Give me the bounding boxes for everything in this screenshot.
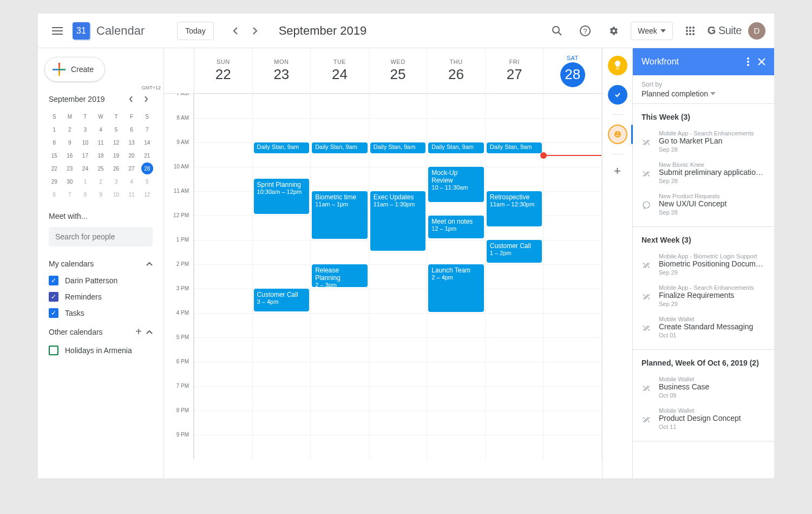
mini-day-cell[interactable]: 7 [139, 123, 155, 136]
calendar-checkbox[interactable] [49, 346, 58, 355]
calendar-scroll-area[interactable]: 7 AM8 AM9 AM10 AM11 AM12 PM1 PM2 PM3 PM4… [164, 94, 602, 478]
workfront-task[interactable]: New Bionic KneeSubmit preliminary applic… [633, 157, 774, 188]
mini-day-cell[interactable]: 29 [47, 175, 62, 188]
main-menu-button[interactable] [47, 20, 68, 42]
mini-day-cell[interactable]: 6 [47, 188, 62, 201]
day-column[interactable]: Daily Stan, 9amSprint Planning10:30am – … [253, 94, 311, 459]
mini-day-cell[interactable]: 8 [77, 188, 93, 201]
day-header-cell[interactable]: SUN22 [194, 48, 253, 93]
workfront-task[interactable]: Mobile App - Biometric Login SupportBiom… [633, 249, 774, 280]
mini-day-cell[interactable]: 3 [77, 123, 93, 136]
workfront-task[interactable]: Mobile WalletCreate Standard MessagingOc… [633, 311, 774, 343]
workfront-addon-button[interactable] [608, 125, 627, 144]
calendar-event[interactable]: Mock-Up Review10 – 11:30am [428, 167, 484, 202]
mini-day-cell[interactable]: 18 [93, 149, 109, 162]
mini-day-cell[interactable]: 9 [62, 136, 78, 149]
mini-day-cell[interactable]: 26 [108, 162, 124, 175]
calendar-event[interactable]: Daily Stan, 9am [312, 142, 368, 153]
workfront-task[interactable]: Mobile WalletProduct Design ConceptOct 1… [633, 403, 774, 434]
calendar-checkbox[interactable] [49, 292, 58, 302]
people-search-input[interactable] [49, 227, 153, 246]
mini-day-cell[interactable]: 14 [139, 136, 155, 149]
calendar-item[interactable]: Reminders [49, 289, 153, 305]
calendar-event[interactable]: Customer Call3 – 4pm [254, 289, 310, 311]
day-header-cell[interactable]: FRI27 [486, 48, 544, 93]
workfront-close-button[interactable] [758, 58, 765, 66]
mini-day-cell[interactable]: 2 [93, 175, 109, 188]
day-header-cell[interactable]: WED25 [369, 48, 428, 93]
mini-day-cell[interactable]: 23 [62, 162, 78, 175]
mini-day-cell[interactable]: 4 [124, 175, 140, 188]
calendar-item[interactable]: Holidays in Armenia [49, 342, 153, 359]
calendar-event[interactable]: Daily Stan, 9am [370, 142, 426, 153]
day-column[interactable]: Daily Stan, 9amBiometric time11am – 1pmR… [311, 94, 369, 459]
day-header-cell[interactable]: THU26 [427, 48, 486, 93]
mini-day-cell[interactable]: 1 [77, 175, 93, 188]
sort-selector[interactable]: Planned completion [641, 89, 765, 98]
mini-day-cell[interactable]: 5 [139, 175, 155, 188]
mini-day-cell[interactable]: 8 [47, 136, 62, 149]
add-other-calendar-button[interactable]: + [135, 326, 142, 338]
mini-day-cell[interactable]: 1 [47, 123, 62, 136]
day-header-cell[interactable]: MON23 [253, 48, 311, 93]
mini-day-cell[interactable]: 9 [93, 188, 109, 201]
calendar-event[interactable]: Meet on notes12 – 1pm [428, 216, 484, 238]
mini-day-cell[interactable]: 21 [139, 149, 155, 162]
mini-day-cell[interactable]: 30 [62, 175, 78, 188]
workfront-task[interactable]: New Product RequestsNew UX/UI ConceptSep… [633, 188, 774, 220]
calendar-item[interactable]: Darin Patterson [49, 272, 153, 289]
get-addons-button[interactable]: + [614, 164, 621, 178]
day-header-cell[interactable]: TUE24 [311, 48, 369, 93]
mini-day-cell[interactable]: 28 [141, 162, 153, 174]
mini-day-cell[interactable]: 12 [108, 136, 124, 149]
mini-day-cell[interactable]: 25 [93, 162, 109, 175]
day-column[interactable]: Daily Stan, 9amMock-Up Review10 – 11:30a… [427, 94, 486, 459]
workfront-menu-button[interactable] [747, 57, 749, 66]
next-week-button[interactable] [246, 22, 264, 40]
settings-button[interactable] [603, 20, 624, 42]
create-button[interactable]: Create [44, 57, 105, 82]
calendar-event[interactable]: Launch Team2 – 4pm [428, 264, 484, 312]
day-header-cell[interactable]: SAT28 [543, 48, 602, 93]
google-apps-button[interactable] [679, 20, 701, 42]
calendar-event[interactable]: Exec Updates11am – 1:30pm [370, 191, 426, 251]
mini-day-cell[interactable]: 24 [77, 162, 93, 175]
workfront-task[interactable]: Mobile App - Search EnhancementsFinalize… [633, 280, 774, 311]
mini-day-cell[interactable]: 17 [77, 149, 93, 162]
mini-day-cell[interactable]: 20 [124, 149, 140, 162]
my-calendars-toggle[interactable]: My calendars [42, 255, 159, 272]
mini-day-cell[interactable]: 2 [62, 123, 78, 136]
view-selector[interactable]: Week [631, 22, 673, 40]
mini-next-month[interactable] [140, 93, 153, 106]
mini-day-cell[interactable]: 16 [62, 149, 78, 162]
calendar-event[interactable]: Sprint Planning10:30am – 12pm [254, 179, 310, 214]
prev-week-button[interactable] [227, 22, 244, 40]
mini-day-cell[interactable]: 5 [108, 123, 124, 136]
mini-day-cell[interactable]: 12 [139, 188, 155, 201]
calendar-event[interactable]: Daily Stan, 9am [487, 142, 542, 153]
calendar-event[interactable]: Daily Stan, 9am [428, 142, 484, 153]
day-column[interactable]: Daily Stan, 9amRetrospective11am – 12:30… [486, 94, 544, 459]
calendar-event[interactable]: Customer Call1 – 2pm [487, 240, 542, 263]
calendar-checkbox[interactable] [49, 276, 58, 285]
mini-day-cell[interactable]: 6 [124, 123, 140, 136]
mini-prev-month[interactable] [125, 93, 137, 106]
calendar-event[interactable]: Retrospective11am – 12:30pm [487, 191, 542, 226]
workfront-task[interactable]: Mobile App - Search EnhancementsGo to Ma… [633, 126, 774, 157]
search-button[interactable] [546, 20, 568, 42]
mini-day-cell[interactable]: 7 [62, 188, 78, 201]
calendar-event[interactable]: Daily Stan, 9am [254, 142, 310, 153]
mini-day-cell[interactable]: 4 [93, 123, 109, 136]
mini-day-cell[interactable]: 10 [108, 188, 124, 201]
mini-day-cell[interactable]: 19 [108, 149, 124, 162]
mini-day-cell[interactable]: 3 [108, 175, 124, 188]
mini-day-cell[interactable]: 22 [47, 162, 62, 175]
mini-day-cell[interactable]: 10 [77, 136, 93, 149]
day-column[interactable] [543, 94, 602, 459]
today-button[interactable]: Today [177, 22, 213, 40]
mini-day-cell[interactable]: 13 [124, 136, 140, 149]
mini-day-cell[interactable]: 11 [93, 136, 109, 149]
day-column[interactable]: Daily Stan, 9amExec Updates11am – 1:30pm [369, 94, 428, 459]
keep-addon-button[interactable] [608, 56, 627, 75]
workfront-task[interactable]: Mobile WalletBusiness CaseOct 09 [633, 372, 774, 403]
